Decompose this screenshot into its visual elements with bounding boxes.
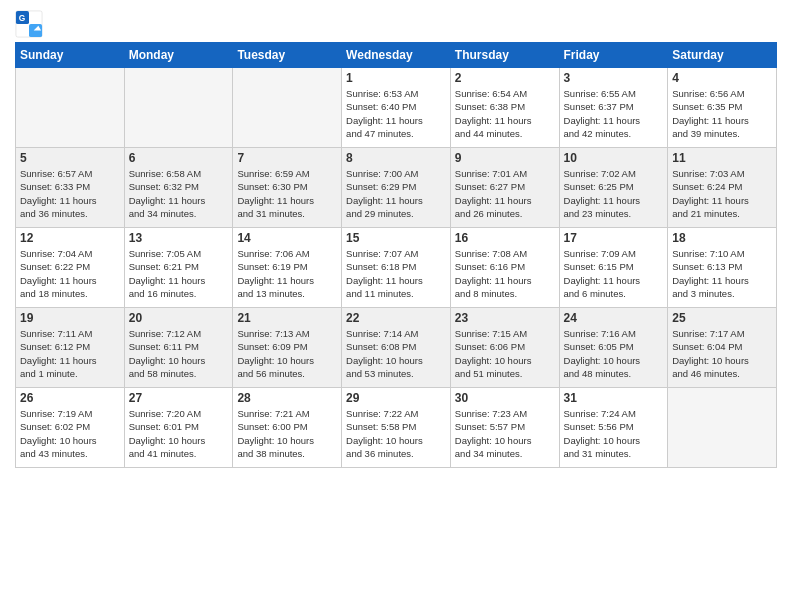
col-header-friday: Friday	[559, 43, 668, 68]
calendar-cell: 1Sunrise: 6:53 AM Sunset: 6:40 PM Daylig…	[342, 68, 451, 148]
day-info: Sunrise: 7:05 AM Sunset: 6:21 PM Dayligh…	[129, 247, 229, 300]
day-number: 27	[129, 391, 229, 405]
calendar-cell: 20Sunrise: 7:12 AM Sunset: 6:11 PM Dayli…	[124, 308, 233, 388]
calendar-cell: 2Sunrise: 6:54 AM Sunset: 6:38 PM Daylig…	[450, 68, 559, 148]
col-header-thursday: Thursday	[450, 43, 559, 68]
col-header-sunday: Sunday	[16, 43, 125, 68]
day-info: Sunrise: 7:19 AM Sunset: 6:02 PM Dayligh…	[20, 407, 120, 460]
day-number: 15	[346, 231, 446, 245]
calendar-cell: 28Sunrise: 7:21 AM Sunset: 6:00 PM Dayli…	[233, 388, 342, 468]
calendar-cell: 29Sunrise: 7:22 AM Sunset: 5:58 PM Dayli…	[342, 388, 451, 468]
day-info: Sunrise: 7:00 AM Sunset: 6:29 PM Dayligh…	[346, 167, 446, 220]
day-number: 31	[564, 391, 664, 405]
day-number: 1	[346, 71, 446, 85]
day-info: Sunrise: 7:13 AM Sunset: 6:09 PM Dayligh…	[237, 327, 337, 380]
day-info: Sunrise: 7:24 AM Sunset: 5:56 PM Dayligh…	[564, 407, 664, 460]
day-info: Sunrise: 7:17 AM Sunset: 6:04 PM Dayligh…	[672, 327, 772, 380]
logo-icon: G	[15, 10, 43, 38]
day-number: 13	[129, 231, 229, 245]
calendar-cell: 15Sunrise: 7:07 AM Sunset: 6:18 PM Dayli…	[342, 228, 451, 308]
calendar-cell	[233, 68, 342, 148]
day-info: Sunrise: 7:15 AM Sunset: 6:06 PM Dayligh…	[455, 327, 555, 380]
day-info: Sunrise: 7:08 AM Sunset: 6:16 PM Dayligh…	[455, 247, 555, 300]
calendar-cell: 23Sunrise: 7:15 AM Sunset: 6:06 PM Dayli…	[450, 308, 559, 388]
svg-text:G: G	[19, 13, 26, 23]
calendar-cell: 13Sunrise: 7:05 AM Sunset: 6:21 PM Dayli…	[124, 228, 233, 308]
calendar-cell: 12Sunrise: 7:04 AM Sunset: 6:22 PM Dayli…	[16, 228, 125, 308]
day-number: 28	[237, 391, 337, 405]
logo: G	[15, 10, 47, 38]
calendar-cell: 18Sunrise: 7:10 AM Sunset: 6:13 PM Dayli…	[668, 228, 777, 308]
calendar-cell	[16, 68, 125, 148]
calendar-cell: 24Sunrise: 7:16 AM Sunset: 6:05 PM Dayli…	[559, 308, 668, 388]
day-info: Sunrise: 7:10 AM Sunset: 6:13 PM Dayligh…	[672, 247, 772, 300]
calendar-cell: 30Sunrise: 7:23 AM Sunset: 5:57 PM Dayli…	[450, 388, 559, 468]
day-info: Sunrise: 6:59 AM Sunset: 6:30 PM Dayligh…	[237, 167, 337, 220]
day-number: 2	[455, 71, 555, 85]
day-info: Sunrise: 6:55 AM Sunset: 6:37 PM Dayligh…	[564, 87, 664, 140]
calendar-week-2: 5Sunrise: 6:57 AM Sunset: 6:33 PM Daylig…	[16, 148, 777, 228]
day-number: 12	[20, 231, 120, 245]
day-number: 11	[672, 151, 772, 165]
calendar-cell: 25Sunrise: 7:17 AM Sunset: 6:04 PM Dayli…	[668, 308, 777, 388]
day-info: Sunrise: 7:02 AM Sunset: 6:25 PM Dayligh…	[564, 167, 664, 220]
day-number: 26	[20, 391, 120, 405]
day-number: 8	[346, 151, 446, 165]
calendar-week-4: 19Sunrise: 7:11 AM Sunset: 6:12 PM Dayli…	[16, 308, 777, 388]
day-info: Sunrise: 6:57 AM Sunset: 6:33 PM Dayligh…	[20, 167, 120, 220]
day-number: 14	[237, 231, 337, 245]
day-number: 16	[455, 231, 555, 245]
day-info: Sunrise: 7:03 AM Sunset: 6:24 PM Dayligh…	[672, 167, 772, 220]
calendar-week-1: 1Sunrise: 6:53 AM Sunset: 6:40 PM Daylig…	[16, 68, 777, 148]
col-header-wednesday: Wednesday	[342, 43, 451, 68]
day-number: 29	[346, 391, 446, 405]
day-number: 25	[672, 311, 772, 325]
day-number: 21	[237, 311, 337, 325]
calendar-cell: 6Sunrise: 6:58 AM Sunset: 6:32 PM Daylig…	[124, 148, 233, 228]
calendar-cell: 26Sunrise: 7:19 AM Sunset: 6:02 PM Dayli…	[16, 388, 125, 468]
day-info: Sunrise: 6:56 AM Sunset: 6:35 PM Dayligh…	[672, 87, 772, 140]
day-number: 4	[672, 71, 772, 85]
day-number: 30	[455, 391, 555, 405]
day-info: Sunrise: 7:09 AM Sunset: 6:15 PM Dayligh…	[564, 247, 664, 300]
calendar-cell: 8Sunrise: 7:00 AM Sunset: 6:29 PM Daylig…	[342, 148, 451, 228]
day-info: Sunrise: 7:04 AM Sunset: 6:22 PM Dayligh…	[20, 247, 120, 300]
calendar-cell: 14Sunrise: 7:06 AM Sunset: 6:19 PM Dayli…	[233, 228, 342, 308]
calendar-table: SundayMondayTuesdayWednesdayThursdayFrid…	[15, 42, 777, 468]
day-info: Sunrise: 7:21 AM Sunset: 6:00 PM Dayligh…	[237, 407, 337, 460]
col-header-tuesday: Tuesday	[233, 43, 342, 68]
calendar-cell: 27Sunrise: 7:20 AM Sunset: 6:01 PM Dayli…	[124, 388, 233, 468]
day-number: 3	[564, 71, 664, 85]
day-number: 7	[237, 151, 337, 165]
col-header-saturday: Saturday	[668, 43, 777, 68]
calendar-cell: 3Sunrise: 6:55 AM Sunset: 6:37 PM Daylig…	[559, 68, 668, 148]
day-info: Sunrise: 7:11 AM Sunset: 6:12 PM Dayligh…	[20, 327, 120, 380]
calendar-cell: 7Sunrise: 6:59 AM Sunset: 6:30 PM Daylig…	[233, 148, 342, 228]
day-info: Sunrise: 6:54 AM Sunset: 6:38 PM Dayligh…	[455, 87, 555, 140]
calendar-cell: 4Sunrise: 6:56 AM Sunset: 6:35 PM Daylig…	[668, 68, 777, 148]
day-info: Sunrise: 7:12 AM Sunset: 6:11 PM Dayligh…	[129, 327, 229, 380]
day-info: Sunrise: 7:22 AM Sunset: 5:58 PM Dayligh…	[346, 407, 446, 460]
calendar-cell: 16Sunrise: 7:08 AM Sunset: 6:16 PM Dayli…	[450, 228, 559, 308]
day-number: 24	[564, 311, 664, 325]
calendar-cell: 22Sunrise: 7:14 AM Sunset: 6:08 PM Dayli…	[342, 308, 451, 388]
calendar-cell: 21Sunrise: 7:13 AM Sunset: 6:09 PM Dayli…	[233, 308, 342, 388]
col-header-monday: Monday	[124, 43, 233, 68]
calendar-cell: 5Sunrise: 6:57 AM Sunset: 6:33 PM Daylig…	[16, 148, 125, 228]
page-container: G SundayMondayTuesdayWednesdayThursdayFr…	[0, 0, 792, 473]
day-number: 5	[20, 151, 120, 165]
day-number: 9	[455, 151, 555, 165]
day-number: 10	[564, 151, 664, 165]
calendar-cell	[124, 68, 233, 148]
day-info: Sunrise: 7:06 AM Sunset: 6:19 PM Dayligh…	[237, 247, 337, 300]
day-number: 23	[455, 311, 555, 325]
calendar-week-5: 26Sunrise: 7:19 AM Sunset: 6:02 PM Dayli…	[16, 388, 777, 468]
day-number: 20	[129, 311, 229, 325]
calendar-cell: 31Sunrise: 7:24 AM Sunset: 5:56 PM Dayli…	[559, 388, 668, 468]
header-row: G	[15, 10, 777, 38]
day-info: Sunrise: 7:16 AM Sunset: 6:05 PM Dayligh…	[564, 327, 664, 380]
day-info: Sunrise: 7:01 AM Sunset: 6:27 PM Dayligh…	[455, 167, 555, 220]
calendar-cell: 11Sunrise: 7:03 AM Sunset: 6:24 PM Dayli…	[668, 148, 777, 228]
day-info: Sunrise: 7:20 AM Sunset: 6:01 PM Dayligh…	[129, 407, 229, 460]
day-info: Sunrise: 6:53 AM Sunset: 6:40 PM Dayligh…	[346, 87, 446, 140]
